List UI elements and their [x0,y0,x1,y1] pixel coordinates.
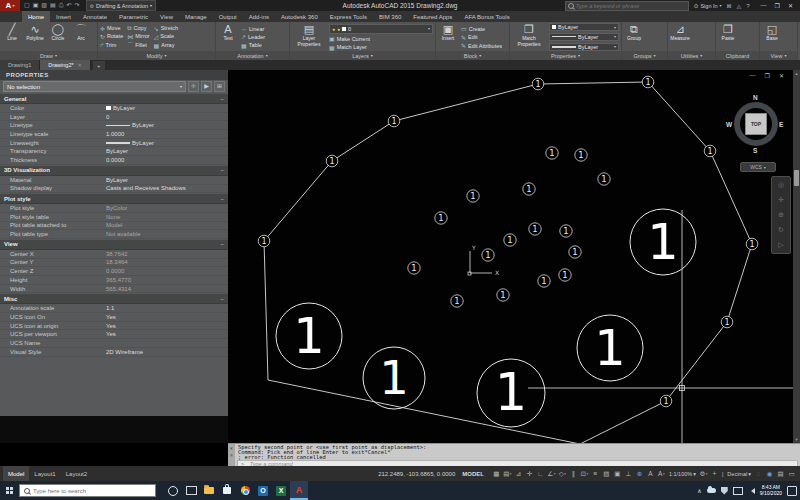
polar-tracking-icon[interactable]: ∠▾ [547,468,556,479]
object-color-dropdown[interactable]: ByLayer▾ [549,23,619,31]
model-space-button[interactable]: MODEL [462,471,484,477]
scroll-down-icon[interactable]: ▼ [793,437,800,442]
undo-icon[interactable]: ↶ [67,0,72,11]
taskbar-search-input[interactable] [33,488,151,494]
units-label[interactable]: Decimal▾ [727,471,751,477]
viewport-restore-button[interactable]: ❐ [765,72,770,79]
property-value[interactable]: Yes [106,323,228,329]
security-shield-icon[interactable] [721,487,728,495]
viewcube-north[interactable]: N [753,94,758,101]
ribbon-tab-express-tools[interactable]: Express Tools [324,11,373,22]
property-value[interactable]: 1:1 [106,305,228,311]
taskbar-app-autocad[interactable]: A [290,481,308,500]
tool-create-button[interactable]: ▭Create [461,25,507,32]
workspace-switcher[interactable]: ⚙ Drafting & Annotation ▾ [86,0,156,11]
customize-commandline-icon[interactable]: ≡ [230,453,233,458]
tool-copy-button[interactable]: ⧉Copy [127,25,149,32]
property-value[interactable]: ByLayer [106,148,228,154]
ribbon-tab-view[interactable]: View [154,11,179,22]
tool-match-layer-button[interactable]: ▦Match Layer [329,44,433,51]
tool-scale-button[interactable]: ◿Scale [154,33,178,40]
section-header-misc[interactable]: Misc− [0,293,228,304]
zoom-icon[interactable]: ⊕ [778,211,784,219]
property-value[interactable]: 0.0000 [106,157,228,163]
onedrive-icon[interactable] [707,488,716,493]
close-tab-icon[interactable]: ✕ [78,62,82,68]
ribbon-panel-label-modify[interactable]: Modify▾ [98,51,215,60]
annotation-scale-label[interactable]: 1:1/100%▾ [669,471,696,477]
ribbon-panel-label-annotation[interactable]: Annotation▾ [216,51,289,60]
tool-circle-button[interactable]: ◯Circle [48,23,68,51]
viewcube[interactable]: TOP N S W E [726,94,786,158]
tool-linear-button[interactable]: ↔Linear [241,26,287,32]
property-value[interactable]: Yes [106,331,228,337]
tool-arc-button[interactable]: ⌒Arc [71,23,91,51]
tool-fillet-button[interactable]: ⌒Fillet [127,41,149,50]
close-button[interactable]: ✕ [788,2,793,9]
new-file-icon[interactable]: ▢ [24,0,30,11]
grid-icon[interactable]: ▦ [492,468,501,479]
viewport-minimize-button[interactable]: — [750,72,756,79]
viewcube-west[interactable]: W [726,121,732,128]
ortho-icon[interactable]: ∟ [536,468,545,479]
customization-icon[interactable]: + [710,468,719,479]
tool-measure-button[interactable]: ⊿Measure [670,23,690,51]
ribbon-tab-annotate[interactable]: Annotate [77,11,113,22]
navigation-wheel-icon[interactable]: ◎ [778,181,784,189]
property-value[interactable]: ByLayer [106,122,228,128]
autoscale-icon[interactable]: A▾ [657,468,666,479]
ribbon-tab-insert[interactable]: Insert [50,11,77,22]
select-objects-icon[interactable]: ▶ [201,81,212,92]
ribbon-panel-label-view[interactable]: View▾ [760,51,797,60]
ribbon-panel-label-clipboard[interactable]: Clipboard [716,51,759,60]
tool-match-properties-button[interactable]: ❐Match Properties [512,23,546,51]
taskbar-clock[interactable]: 8:43 AM 9/10/2020 [760,485,782,496]
property-value[interactable]: 1.0000 [106,131,228,137]
tool-leader-button[interactable]: ↗Leader [241,33,287,40]
properties-palette-title[interactable]: PROPERTIES [0,70,228,80]
property-value[interactable]: Model [106,222,228,228]
tool-paste-button[interactable]: ❐Paste [718,23,738,51]
lineweight-icon[interactable]: ≡ [591,468,600,479]
autodesk360-icon[interactable]: ◬ [737,2,742,9]
taskbar-app-outlook[interactable]: O [254,481,272,500]
ribbon-tab-manage[interactable]: Manage [179,11,213,22]
scrollbar-thumb[interactable] [794,170,799,186]
ribbon-panel-label-properties[interactable]: Properties▾ [510,51,621,60]
taskbar-app-task-view[interactable] [182,481,200,500]
transparency-icon[interactable]: ▨ [602,468,611,479]
osnap-tracking-icon[interactable]: ∥ [569,468,578,479]
open-file-icon[interactable]: ▣ [33,0,39,11]
save-icon[interactable]: ▥ [41,0,47,11]
new-drawing-tab-button[interactable]: + [93,61,105,70]
section-header-3d-visualization[interactable]: 3D Visualization− [0,165,228,176]
help-search-input[interactable] [576,3,686,9]
layout-tab-layout2[interactable]: Layout2 [61,466,92,481]
property-value[interactable]: ByLayer [106,105,228,111]
property-value[interactable]: Not available [106,231,228,237]
tool-make-current-button[interactable]: ▣Make Current [329,35,433,42]
ribbon-panel-label-block[interactable]: Block▾ [436,51,509,60]
property-value[interactable]: 565.4314 [106,286,228,292]
save-as-icon[interactable]: ▤ [50,0,56,11]
infer-constraints-icon[interactable]: ⊿ [514,468,523,479]
plot-icon[interactable]: ⎙ [59,0,64,11]
lineweight-dropdown[interactable]: ByLayer▾ [549,43,619,51]
tool-base-button[interactable]: ◱Base [762,23,782,51]
tool-layer-properties-button[interactable]: ▤Layer Properties [292,23,326,51]
annotation-visibility-icon[interactable]: A [646,468,655,479]
ribbon-tab-add-ins[interactable]: Add-ins [243,11,275,22]
taskbar-app-excel[interactable]: X [272,481,290,500]
tool-stretch-button[interactable]: ↘Stretch [154,25,178,32]
tool-mirror-button[interactable]: ⋈Mirror [127,33,149,40]
ribbon-tab-parametric[interactable]: Parametric [113,11,154,22]
file-tab-drawing1[interactable]: Drawing1 [0,60,40,70]
dynamic-ucs-icon[interactable]: ⊥ [624,468,633,479]
viewcube-top-face[interactable]: TOP [745,113,767,135]
selection-cycling-icon[interactable]: ▣ [613,468,622,479]
layer-dropdown[interactable]: ●●0▾ [329,24,433,34]
tool-table-button[interactable]: ▦Table [241,42,287,49]
viewcube-east[interactable]: E [779,121,783,128]
hidden-icons-chevron[interactable]: ∧ [697,487,701,494]
volume-icon[interactable] [748,488,755,494]
